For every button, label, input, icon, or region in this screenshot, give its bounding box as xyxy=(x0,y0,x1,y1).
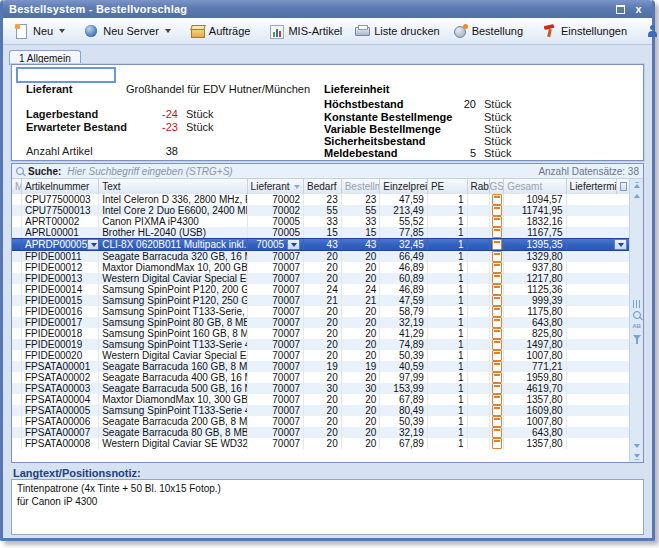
cell-bedarf[interactable]: 20 xyxy=(304,372,342,383)
order-button[interactable]: Bestellung xyxy=(446,20,529,42)
cell-pe[interactable]: 1 xyxy=(428,273,468,284)
cell-marker[interactable] xyxy=(12,394,22,405)
cell-liefertermin[interactable] xyxy=(567,405,630,416)
header-pe[interactable]: PE xyxy=(428,179,468,194)
cell-bestellmenge[interactable]: 21 xyxy=(342,295,381,306)
cell-pe[interactable]: 1 xyxy=(428,284,468,295)
go-first-row-button[interactable] xyxy=(631,179,642,190)
new-button[interactable]: Neu xyxy=(7,20,71,42)
cell-rab[interactable] xyxy=(468,194,491,205)
cell-text[interactable]: Samsung SpinPoint T133-Serie 400 GB, 720… xyxy=(99,405,247,416)
cell-text[interactable]: Maxtor DiamondMax 10, 200 GB, 7200 xyxy=(99,262,247,273)
cell-bedarf[interactable]: 24 xyxy=(304,284,342,295)
cell-bestellmenge[interactable]: 20 xyxy=(342,306,381,317)
cell-lieferant[interactable]: 70005 xyxy=(248,239,304,250)
cell-rab[interactable] xyxy=(468,251,491,262)
print-list-button[interactable]: Liste drucken xyxy=(348,20,445,42)
cell-bestellmenge[interactable]: 20 xyxy=(342,372,381,383)
cell-lieferant[interactable]: 70007 xyxy=(248,372,304,383)
maximize-button[interactable] xyxy=(613,3,628,16)
close-button[interactable]: x xyxy=(631,3,646,16)
date-dropdown-button[interactable] xyxy=(614,239,627,250)
cell-text[interactable]: Seagate Barracuda 160 GB, 8 MB, 7200, NC… xyxy=(99,361,247,372)
cell-artikelnummer[interactable]: APRDP00005 xyxy=(22,239,99,250)
cell-bestellmenge[interactable]: 33 xyxy=(342,216,381,227)
cell-liefertermin[interactable] xyxy=(567,284,630,295)
grid-search-button[interactable] xyxy=(631,310,642,321)
chevron-down-icon[interactable] xyxy=(165,29,171,33)
cell-bedarf[interactable]: 20 xyxy=(304,317,342,328)
cell-liefertermin[interactable] xyxy=(567,239,630,250)
cell-pe[interactable]: 1 xyxy=(428,194,468,205)
cell-rab[interactable] xyxy=(468,350,491,361)
cell-lieferant[interactable]: 70007 xyxy=(248,394,304,405)
table-row[interactable]: FPIDE00020 Western Digital Caviar Specia… xyxy=(12,350,630,361)
cell-rab[interactable] xyxy=(468,339,491,350)
cell-lieferant[interactable]: 70005 xyxy=(248,216,304,227)
cell-lieferant[interactable]: 70007 xyxy=(248,306,304,317)
cell-text[interactable]: Samsung SpinPoint 160 GB, 8 MB, 7200 xyxy=(99,328,247,339)
table-row[interactable]: FPIDE00015 Samsung SpinPoint P120, 250 G… xyxy=(12,295,630,306)
cell-pe[interactable]: 1 xyxy=(428,438,468,449)
cell-bestellmenge[interactable]: 20 xyxy=(342,350,381,361)
cell-liefertermin[interactable] xyxy=(567,383,630,394)
table-row[interactable]: FPSATA00003 Seagate Barracuda 500 GB, 16… xyxy=(12,383,630,394)
table-row[interactable]: FPSATA00006 Seagate Barracuda 200 GB, 8 … xyxy=(12,416,630,427)
cell-marker[interactable] xyxy=(12,372,22,383)
cell-gs[interactable] xyxy=(490,328,504,339)
cell-liefertermin[interactable] xyxy=(567,350,630,361)
cell-gesamt[interactable]: 1175,80 xyxy=(504,306,566,317)
cell-pe[interactable]: 1 xyxy=(428,416,468,427)
cell-pe[interactable]: 1 xyxy=(428,251,468,262)
cell-rab[interactable] xyxy=(468,372,491,383)
header-gs[interactable]: GS xyxy=(490,179,504,194)
supplier-filter-input[interactable] xyxy=(16,67,116,83)
cell-bedarf[interactable]: 20 xyxy=(304,339,342,350)
cell-marker[interactable] xyxy=(12,328,22,339)
cell-liefertermin[interactable] xyxy=(567,216,630,227)
cell-gs[interactable] xyxy=(490,306,504,317)
cell-rab[interactable] xyxy=(468,216,491,227)
cell-rab[interactable] xyxy=(468,273,491,284)
cell-gesamt[interactable]: 643,80 xyxy=(504,427,566,438)
cell-einzelpreis[interactable]: 60,89 xyxy=(380,273,428,284)
cell-gs[interactable] xyxy=(490,383,504,394)
cell-marker[interactable] xyxy=(12,227,22,238)
cell-artikelnummer[interactable]: FPSATA00007 xyxy=(22,427,99,438)
settings-button[interactable]: Einstellungen xyxy=(535,20,633,42)
cell-text[interactable]: Samsung SpinPoint T133-Serie 400 GB, 720… xyxy=(99,339,247,350)
cell-artikelnummer[interactable]: FPIDE00013 xyxy=(22,273,99,284)
cell-rab[interactable] xyxy=(468,262,491,273)
cell-text[interactable]: Western Digital Caviar Special Edition W… xyxy=(99,350,247,361)
cell-liefertermin[interactable] xyxy=(567,438,630,449)
cell-einzelpreis[interactable]: 50,39 xyxy=(380,416,428,427)
cell-gesamt[interactable]: 1217,80 xyxy=(504,273,566,284)
cell-gesamt[interactable]: 999,39 xyxy=(504,295,566,306)
cell-bestellmenge[interactable]: 20 xyxy=(342,251,381,262)
cell-marker[interactable] xyxy=(12,194,22,205)
cell-bedarf[interactable]: 20 xyxy=(304,262,342,273)
cell-bestellmenge[interactable]: 20 xyxy=(342,262,381,273)
cell-pe[interactable]: 1 xyxy=(428,216,468,227)
cell-pe[interactable]: 1 xyxy=(428,383,468,394)
cell-liefertermin[interactable] xyxy=(567,361,630,372)
cell-artikelnummer[interactable]: FPIDE00017 xyxy=(22,317,99,328)
cell-gs[interactable] xyxy=(490,194,504,205)
cell-lieferant[interactable]: 70007 xyxy=(248,262,304,273)
cell-lieferant[interactable]: 70007 xyxy=(248,251,304,262)
cell-gs[interactable] xyxy=(490,317,504,328)
cell-marker[interactable] xyxy=(12,284,22,295)
move-row-down-button[interactable] xyxy=(631,440,642,451)
cell-marker[interactable] xyxy=(12,438,22,449)
cell-bedarf[interactable]: 20 xyxy=(304,416,342,427)
cell-artikelnummer[interactable]: APRT00002 xyxy=(22,216,99,227)
cell-einzelpreis[interactable]: 32,45 xyxy=(380,239,428,250)
cell-gs[interactable] xyxy=(490,295,504,306)
cell-gesamt[interactable]: 1007,80 xyxy=(504,416,566,427)
cell-lieferant[interactable]: 70007 xyxy=(248,383,304,394)
cell-gs[interactable] xyxy=(490,262,504,273)
cell-artikelnummer[interactable]: FPIDE00016 xyxy=(22,306,99,317)
cell-marker[interactable] xyxy=(12,295,22,306)
cell-bestellmenge[interactable]: 20 xyxy=(342,405,381,416)
cell-bedarf[interactable]: 20 xyxy=(304,273,342,284)
